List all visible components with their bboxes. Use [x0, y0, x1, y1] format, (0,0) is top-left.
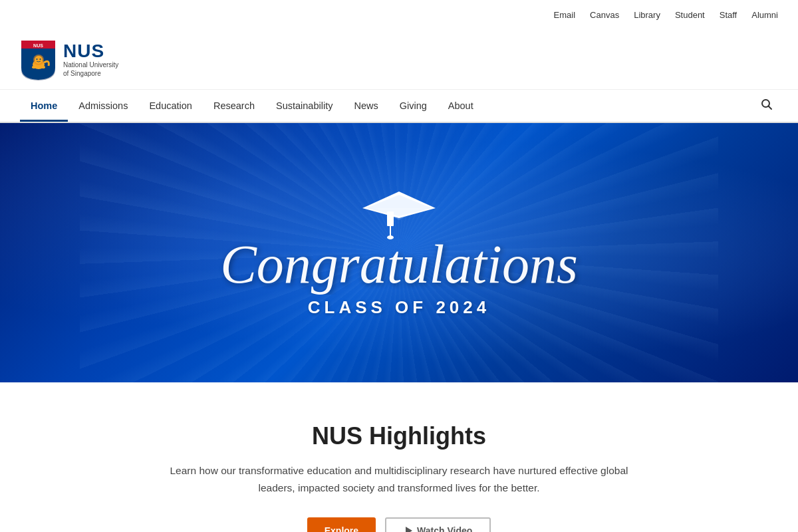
utility-canvas-link[interactable]: Canvas	[590, 10, 619, 20]
search-icon[interactable]	[755, 93, 778, 118]
highlights-description: Learn how our transformative education a…	[166, 462, 632, 497]
utility-student-link[interactable]: Student	[675, 10, 705, 20]
logo-area[interactable]: NUS NUS National Universityof Singapore	[20, 38, 118, 81]
highlights-title: NUS Highlights	[20, 422, 778, 450]
watch-video-label: Watch Video	[417, 525, 472, 532]
watch-video-button[interactable]: Watch Video	[385, 517, 491, 532]
logo-name: NUS	[63, 42, 118, 61]
nav-item-research[interactable]: Research	[203, 91, 265, 120]
congratulations-svg-text: Congratulations	[193, 228, 605, 295]
svg-text:Congratulations: Congratulations	[220, 234, 578, 295]
svg-point-6	[37, 59, 38, 60]
play-icon	[404, 526, 413, 532]
nav-item-news[interactable]: News	[343, 91, 388, 120]
svg-line-12	[769, 106, 772, 110]
utility-bar: Email Canvas Library Student Staff Alumn…	[0, 0, 798, 30]
nav-item-giving[interactable]: Giving	[389, 91, 438, 120]
main-nav: Home Admissions Education Research Susta…	[0, 90, 798, 123]
svg-point-9	[41, 66, 45, 68]
utility-alumni-link[interactable]: Alumni	[751, 10, 778, 20]
logo-subtitle: National Universityof Singapore	[63, 61, 118, 78]
utility-staff-link[interactable]: Staff	[720, 10, 737, 20]
nav-item-about[interactable]: About	[438, 91, 484, 120]
svg-text:NUS: NUS	[33, 43, 43, 48]
svg-marker-18	[376, 208, 422, 220]
highlights-buttons: Explore Watch Video	[20, 517, 778, 532]
class-of-text: CLASS OF 2024	[308, 297, 491, 318]
nav-item-admissions[interactable]: Admissions	[68, 91, 138, 120]
svg-point-5	[35, 56, 43, 64]
svg-marker-20	[406, 527, 412, 532]
utility-library-link[interactable]: Library	[634, 10, 660, 20]
nus-logo-icon: NUS	[20, 38, 57, 81]
nav-item-sustainability[interactable]: Sustainability	[265, 91, 343, 120]
site-header: NUS NUS National Universityof Singapore	[0, 30, 798, 90]
svg-point-7	[40, 59, 41, 60]
svg-point-8	[32, 66, 36, 68]
hero-content: Congratulations CLASS OF 2024	[193, 188, 605, 318]
explore-button[interactable]: Explore	[307, 517, 376, 532]
logo-text: NUS National Universityof Singapore	[63, 42, 118, 78]
highlights-section: NUS Highlights Learn how our transformat…	[0, 382, 798, 532]
utility-email-link[interactable]: Email	[554, 10, 576, 20]
nav-item-home[interactable]: Home	[20, 91, 68, 120]
hero-banner: Congratulations CLASS OF 2024	[0, 123, 798, 382]
nav-item-education[interactable]: Education	[138, 91, 203, 120]
